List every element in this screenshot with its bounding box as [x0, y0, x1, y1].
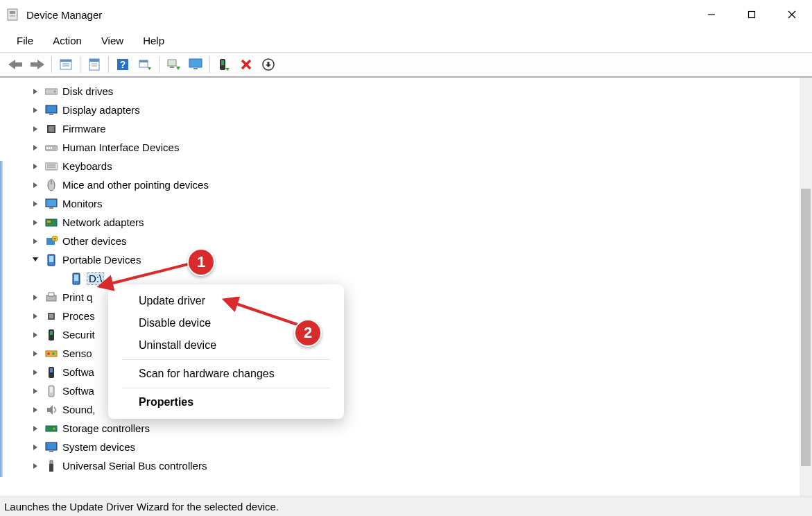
- svg-rect-76: [46, 442, 57, 450]
- tree-node-hid[interactable]: Human Interface Devices: [6, 138, 798, 157]
- expand-icon[interactable]: [31, 87, 40, 96]
- menu-action[interactable]: Action: [43, 32, 92, 49]
- svg-rect-41: [46, 147, 48, 149]
- svg-rect-39: [49, 126, 54, 132]
- expand-icon[interactable]: [31, 311, 40, 321]
- tree-node-disk-drives[interactable]: Disk drives: [6, 82, 798, 101]
- menu-help[interactable]: Help: [133, 32, 174, 49]
- svg-marker-33: [266, 62, 271, 67]
- keyboard-icon: [44, 160, 58, 173]
- tree-node-usb[interactable]: Universal Serial Bus controllers: [6, 456, 798, 475]
- tree-node-system[interactable]: System devices: [6, 438, 798, 456]
- toolbar-separator: [159, 56, 159, 73]
- expand-icon[interactable]: [31, 349, 40, 359]
- expand-icon[interactable]: [31, 330, 40, 340]
- expand-icon[interactable]: [31, 293, 40, 302]
- app-icon: [6, 8, 19, 22]
- toolbar-show-hidden-button[interactable]: [55, 55, 76, 74]
- maximize-button[interactable]: [732, 0, 772, 29]
- toolbar-uninstall-button[interactable]: [258, 55, 279, 74]
- toolbar-enable-button[interactable]: [214, 55, 234, 74]
- system-icon: [44, 440, 58, 454]
- other-icon: ?: [44, 234, 58, 248]
- svg-rect-59: [74, 275, 78, 281]
- expand-icon[interactable]: [31, 237, 40, 246]
- annotation-arrow-1: [97, 257, 201, 291]
- display-icon: [44, 103, 58, 117]
- firmware-icon: [44, 122, 58, 136]
- menu-view[interactable]: View: [92, 32, 133, 49]
- tree-node-storage[interactable]: Storage controllers: [6, 419, 798, 438]
- sensor-icon: [44, 347, 58, 361]
- toolbar-update-driver-button[interactable]: [163, 55, 184, 74]
- svg-rect-25: [189, 59, 202, 67]
- svg-rect-79: [49, 464, 53, 472]
- toolbar-properties-button[interactable]: [84, 55, 105, 74]
- titlebar: Device Manager: [0, 0, 812, 29]
- svg-marker-21: [148, 67, 151, 70]
- toolbar-monitor-button[interactable]: [185, 55, 206, 74]
- tree-node-monitors[interactable]: Monitors: [6, 194, 798, 213]
- svg-marker-8: [31, 60, 44, 69]
- svg-text:?: ?: [120, 59, 126, 70]
- svg-rect-63: [49, 314, 53, 318]
- svg-rect-36: [46, 105, 57, 113]
- tree-node-display-adapters[interactable]: Display adapters: [6, 101, 798, 119]
- toolbar: ?: [0, 53, 812, 78]
- ctx-scan-hardware[interactable]: Scan for hardware changes: [108, 363, 344, 385]
- software-icon: [44, 366, 58, 379]
- svg-point-75: [53, 427, 55, 429]
- svg-rect-10: [60, 60, 71, 62]
- svg-point-67: [47, 352, 50, 355]
- ctx-properties[interactable]: Properties: [108, 391, 344, 413]
- expand-icon[interactable]: [31, 218, 40, 227]
- annotation-badge-1: 1: [187, 248, 215, 276]
- collapse-icon[interactable]: [31, 255, 40, 265]
- close-button[interactable]: [772, 0, 812, 29]
- expand-icon[interactable]: [31, 105, 40, 115]
- scrollbar-thumb[interactable]: [801, 189, 811, 466]
- tree-node-other[interactable]: ?Other devices: [6, 232, 798, 250]
- minimize-button[interactable]: [691, 0, 732, 29]
- portable-icon: [44, 253, 58, 267]
- toolbar-back-button[interactable]: [5, 55, 26, 74]
- expand-icon[interactable]: [31, 199, 40, 209]
- toolbar-forward-button[interactable]: [27, 55, 48, 74]
- svg-rect-70: [50, 368, 53, 372]
- toolbar-scan-button[interactable]: [135, 55, 155, 74]
- svg-rect-74: [46, 426, 57, 431]
- toolbar-disable-button[interactable]: [236, 55, 257, 74]
- tree-node-network[interactable]: Network adapters: [6, 213, 798, 232]
- expand-icon[interactable]: [31, 143, 40, 153]
- svg-rect-43: [51, 147, 52, 149]
- ctx-separator: [122, 388, 330, 388]
- window-controls: [691, 0, 812, 29]
- tree-node-firmware[interactable]: Firmware: [6, 119, 798, 138]
- expand-icon[interactable]: [31, 162, 40, 171]
- expand-icon[interactable]: [31, 442, 40, 452]
- storage-icon: [44, 422, 58, 436]
- expand-icon[interactable]: [31, 368, 40, 377]
- expand-icon[interactable]: [31, 124, 40, 134]
- cpu-icon: [44, 309, 58, 323]
- left-edge-accent: [0, 161, 3, 477]
- svg-rect-2: [10, 15, 15, 17]
- tree-node-mice[interactable]: Mice and other pointing devices: [6, 175, 798, 194]
- expand-icon[interactable]: [31, 461, 40, 471]
- expand-icon[interactable]: [31, 424, 40, 433]
- window-title: Device Manager: [26, 9, 102, 21]
- svg-rect-65: [50, 331, 53, 335]
- tree-node-keyboards[interactable]: Keyboards: [6, 157, 798, 175]
- menu-file[interactable]: File: [7, 32, 43, 49]
- status-text: Launches the Update Driver Wizard for th…: [4, 501, 279, 513]
- svg-point-35: [54, 90, 56, 92]
- toolbar-help-button[interactable]: ?: [112, 55, 133, 74]
- expand-icon[interactable]: [31, 180, 40, 190]
- vertical-scrollbar[interactable]: [800, 78, 812, 497]
- usb-icon: [44, 459, 58, 473]
- svg-marker-7: [8, 60, 22, 69]
- menubar: File Action View Help: [0, 29, 812, 53]
- expand-icon[interactable]: [31, 405, 40, 415]
- expand-icon[interactable]: [31, 386, 40, 396]
- svg-rect-77: [49, 451, 53, 452]
